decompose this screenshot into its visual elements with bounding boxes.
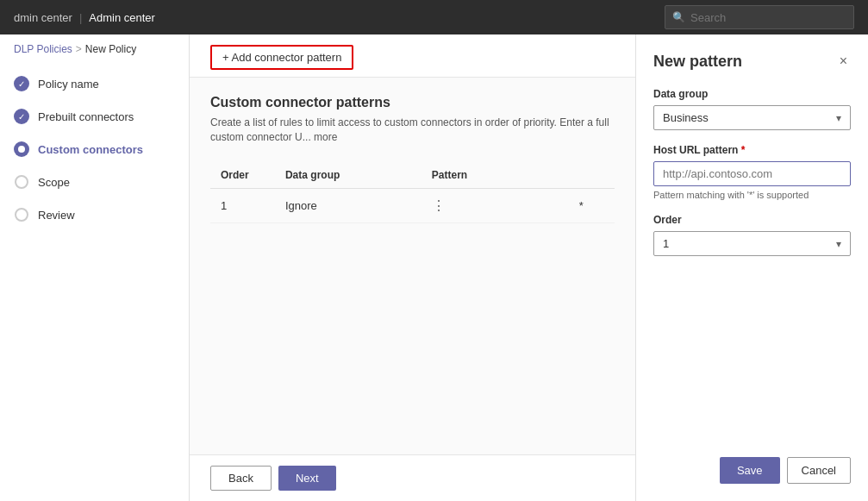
sidebar-item-label-scope: Scope <box>38 176 70 189</box>
sidebar: DLP Policies > New Policy ✓ Policy name … <box>0 34 190 501</box>
breadcrumb-link[interactable]: DLP Policies <box>14 43 72 55</box>
required-marker: * <box>741 144 746 156</box>
panel-title: New pattern <box>653 53 742 71</box>
section-description: Create a list of rules to limit access t… <box>210 116 615 145</box>
host-url-label: Host URL pattern * <box>653 144 851 156</box>
custom-connectors-status-icon <box>14 141 29 157</box>
topbar-app-name: dmin center <box>14 11 72 24</box>
breadcrumb: DLP Policies > New Policy <box>0 34 189 64</box>
content-area: + Add connector pattern Custom connector… <box>190 34 635 501</box>
cancel-button[interactable]: Cancel <box>787 457 851 484</box>
order-label: Order <box>653 214 851 226</box>
host-url-hint: Pattern matching with '*' is supported <box>653 190 851 200</box>
data-group-value: Business <box>663 111 709 124</box>
save-button[interactable]: Save <box>720 457 780 484</box>
order-chevron-down-icon: ▾ <box>836 238 841 250</box>
topbar-divider: | <box>79 11 82 24</box>
sidebar-item-scope[interactable]: Scope <box>0 166 189 198</box>
host-url-input[interactable] <box>653 161 851 186</box>
col-header-actions <box>569 162 615 189</box>
topbar-section-name: Admin center <box>89 11 155 24</box>
prebuilt-connectors-status-icon: ✓ <box>14 109 29 124</box>
search-box[interactable]: 🔍 <box>665 5 854 29</box>
col-header-order: Order <box>210 162 275 189</box>
panel-close-button[interactable]: × <box>836 52 851 71</box>
col-header-datagroup: Data group <box>275 162 422 189</box>
order-field: Order 1 ▾ <box>653 214 851 256</box>
nav-items: ✓ Policy name ✓ Prebuilt connectors Cust… <box>0 64 189 231</box>
sidebar-item-label-prebuilt-connectors: Prebuilt connectors <box>38 110 134 123</box>
data-group-label: Data group <box>653 88 851 100</box>
host-url-field: Host URL pattern * Pattern matching with… <box>653 144 851 200</box>
order-value: 1 <box>663 237 669 250</box>
main-layout: DLP Policies > New Policy ✓ Policy name … <box>0 34 868 501</box>
col-header-pattern: Pattern <box>422 162 569 189</box>
topbar: dmin center | Admin center 🔍 <box>0 0 868 34</box>
sidebar-item-policy-name[interactable]: ✓ Policy name <box>0 67 189 100</box>
sidebar-item-custom-connectors[interactable]: Custom connectors <box>0 133 189 166</box>
sidebar-item-label-review: Review <box>38 209 75 222</box>
search-input[interactable] <box>690 11 846 24</box>
table-row: 1 Ignore ⋮ * <box>210 188 615 222</box>
panel-footer: Save Cancel <box>653 440 851 484</box>
section-title: Custom connector patterns <box>210 95 615 110</box>
content-header: + Add connector pattern <box>190 34 635 78</box>
scope-status-icon <box>14 174 29 190</box>
breadcrumb-current: New Policy <box>85 43 136 55</box>
policy-name-status-icon: ✓ <box>14 76 29 91</box>
sidebar-item-label-custom-connectors: Custom connectors <box>38 143 143 156</box>
review-status-icon <box>14 207 29 222</box>
row-pattern: * <box>569 188 615 222</box>
order-dropdown[interactable]: 1 ▾ <box>653 231 851 256</box>
connector-table: Order Data group Pattern 1 Ignore ⋮ * <box>210 162 615 223</box>
sidebar-item-label-policy-name: Policy name <box>38 78 99 91</box>
next-button[interactable]: Next <box>278 466 336 491</box>
row-context-menu-icon[interactable]: ⋮ <box>432 198 446 213</box>
data-group-dropdown[interactable]: Business ▾ <box>653 105 851 130</box>
row-actions-dots[interactable]: ⋮ <box>422 188 569 222</box>
row-datagroup: Ignore <box>275 188 422 222</box>
add-connector-button[interactable]: + Add connector pattern <box>210 45 353 70</box>
back-button[interactable]: Back <box>210 466 272 491</box>
data-group-field: Data group Business ▾ <box>653 88 851 130</box>
right-panel: New pattern × Data group Business ▾ Host… <box>635 34 868 501</box>
panel-header: New pattern × <box>653 52 851 71</box>
chevron-down-icon: ▾ <box>836 112 841 124</box>
sidebar-item-prebuilt-connectors[interactable]: ✓ Prebuilt connectors <box>0 100 189 133</box>
content-body: Custom connector patterns Create a list … <box>190 78 635 454</box>
search-icon: 🔍 <box>672 11 685 23</box>
row-order: 1 <box>210 188 275 222</box>
breadcrumb-separator: > <box>76 43 82 55</box>
sidebar-item-review[interactable]: Review <box>0 198 189 231</box>
content-footer: Back Next <box>190 454 635 501</box>
